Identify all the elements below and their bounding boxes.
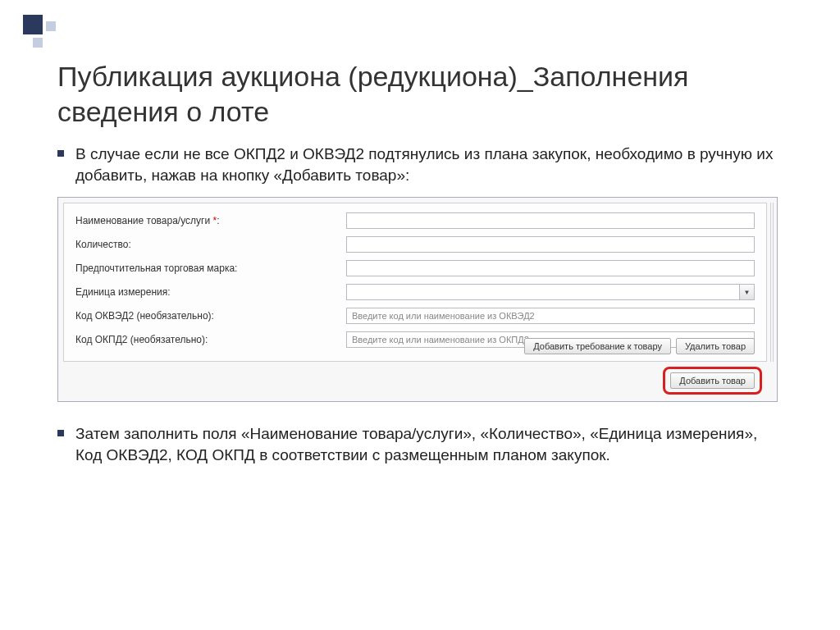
row-unit: Единица измерения: ▼ <box>75 283 755 301</box>
square-bullet-icon <box>57 150 64 157</box>
label-okpd: Код ОКПД2 (необязательно): <box>75 334 346 345</box>
input-okved[interactable]: Введите код или наименование из ОКВЭД2 <box>346 308 755 324</box>
square-bullet-icon <box>57 430 64 436</box>
form-panel: Наименование товара/услуги *: Количество… <box>63 203 767 362</box>
bullet-text: В случае если не все ОКПД2 и ОКВЭД2 подт… <box>75 144 783 185</box>
select-unit[interactable]: ▼ <box>346 284 755 300</box>
row-brand: Предпочтительная торговая марка: <box>75 259 755 277</box>
form-screenshot: Наименование товара/услуги *: Количество… <box>57 197 778 402</box>
bullet-item: Затем заполнить поля «Наименование товар… <box>57 423 783 465</box>
label-okved: Код ОКВЭД2 (необязательно): <box>75 310 346 322</box>
label-quantity: Количество: <box>75 239 346 250</box>
inner-button-row: Добавить требование к товару Удалить тов… <box>524 338 755 354</box>
input-brand[interactable] <box>346 260 755 276</box>
add-product-highlight: Добавить товар <box>663 367 762 395</box>
label-brand: Предпочтительная торговая марка: <box>75 262 346 274</box>
highlight-ring: Добавить товар <box>663 367 762 395</box>
delete-product-button[interactable]: Удалить товар <box>676 338 755 354</box>
slide-title: Публикация аукциона (редукциона)_Заполне… <box>0 0 840 129</box>
input-name[interactable] <box>346 212 755 229</box>
scrollbar-rule <box>770 203 774 362</box>
label-unit: Единица измерения: <box>75 286 346 298</box>
bullet-text: Затем заполнить поля «Наименование товар… <box>75 423 783 465</box>
chevron-down-icon: ▼ <box>739 285 754 299</box>
add-product-button[interactable]: Добавить товар <box>670 372 755 389</box>
input-quantity[interactable] <box>346 236 755 253</box>
row-quantity: Количество: <box>75 235 755 253</box>
row-name: Наименование товара/услуги *: <box>75 212 755 230</box>
row-okved: Код ОКВЭД2 (необязательно): Введите код … <box>75 307 755 325</box>
add-requirement-button[interactable]: Добавить требование к товару <box>524 338 671 354</box>
label-name: Наименование товара/услуги *: <box>75 215 346 226</box>
bullet-item: В случае если не все ОКПД2 и ОКВЭД2 подт… <box>57 144 783 185</box>
